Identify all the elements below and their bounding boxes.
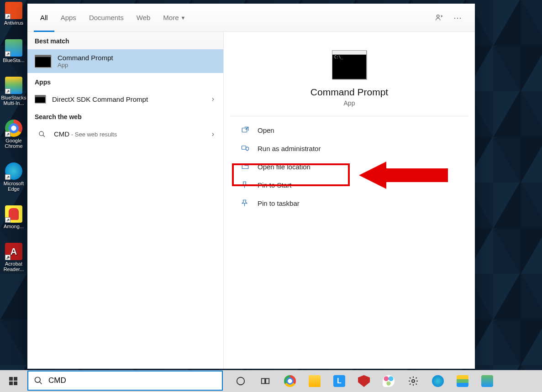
desktop-icon-label: Acrobat Reader... bbox=[1, 261, 26, 272]
taskbar-mcafee[interactable] bbox=[352, 370, 376, 392]
tab-documents[interactable]: Documents bbox=[83, 4, 130, 32]
bluestacks-icon bbox=[457, 375, 468, 387]
action-run-as-admin[interactable]: Run as administrator bbox=[230, 139, 468, 157]
tab-more[interactable]: More▼ bbox=[157, 4, 192, 32]
paint-icon bbox=[383, 375, 395, 387]
taskbar-task-view[interactable] bbox=[253, 370, 278, 392]
more-options-icon[interactable]: ⋯ bbox=[448, 9, 467, 27]
taskbar-bluestacks[interactable] bbox=[450, 370, 475, 392]
start-button[interactable] bbox=[0, 370, 26, 392]
chevron-right-icon: › bbox=[212, 130, 214, 138]
web-suffix: - See web results bbox=[69, 131, 117, 138]
taskbar-bluestacks2[interactable] bbox=[475, 370, 500, 392]
section-apps: Apps bbox=[27, 73, 223, 90]
action-pin-to-start[interactable]: Pin to Start bbox=[230, 176, 468, 194]
bluestacks-icon bbox=[481, 375, 493, 387]
chevron-down-icon: ▼ bbox=[181, 15, 186, 21]
folder-icon bbox=[241, 162, 249, 171]
tab-label: Apps bbox=[61, 14, 76, 21]
pin-icon bbox=[241, 199, 249, 207]
section-best-match: Best match bbox=[27, 32, 223, 49]
desktop-icon-bluestacks[interactable]: ↗ BlueSta... bbox=[0, 37, 27, 67]
svg-rect-12 bbox=[266, 379, 269, 384]
taskbar-app-l[interactable]: L bbox=[327, 370, 352, 392]
edge-icon bbox=[432, 375, 444, 387]
desktop-icon-bluestacks-multi[interactable]: ↗ BlueStacks Multi-In... bbox=[0, 75, 27, 110]
result-command-prompt[interactable]: Command Prompt App bbox=[27, 49, 223, 73]
circle-icon bbox=[236, 376, 246, 386]
desktop-icon-label: Google Chrome bbox=[1, 138, 26, 149]
chrome-icon bbox=[284, 375, 296, 387]
taskbar-search-box[interactable] bbox=[27, 371, 223, 391]
result-web-cmd[interactable]: CMD - See web results › bbox=[27, 125, 223, 143]
taskbar-paint[interactable] bbox=[376, 370, 401, 392]
cmd-preview-icon bbox=[332, 50, 367, 79]
svg-point-0 bbox=[437, 15, 440, 17]
svg-line-9 bbox=[40, 382, 42, 384]
tab-apps[interactable]: Apps bbox=[54, 4, 83, 32]
desktop-icons-column: ↗ Antivirus ↗ BlueSta... ↗ BlueStacks Mu… bbox=[0, 0, 27, 276]
svg-point-8 bbox=[35, 377, 41, 383]
action-open-file-location[interactable]: Open file location bbox=[230, 157, 468, 176]
svg-rect-3 bbox=[242, 128, 247, 132]
search-panel: All Apps Documents Web More▼ ⋯ Best matc… bbox=[27, 4, 475, 369]
pin-icon bbox=[241, 181, 249, 189]
taskbar-chrome[interactable] bbox=[278, 370, 302, 392]
result-directx-sdk[interactable]: DirectX SDK Command Prompt › bbox=[27, 90, 223, 108]
task-view-icon bbox=[260, 376, 270, 386]
shield-icon bbox=[241, 144, 249, 152]
desktop-icon-antivirus[interactable]: ↗ Antivirus bbox=[0, 0, 27, 29]
action-pin-to-taskbar[interactable]: Pin to taskbar bbox=[230, 194, 468, 212]
taskbar-cortana[interactable] bbox=[228, 370, 253, 392]
preview-title: Command Prompt bbox=[310, 87, 388, 98]
result-subtitle: App bbox=[58, 62, 216, 68]
svg-rect-4 bbox=[242, 146, 246, 150]
folder-icon bbox=[309, 375, 321, 387]
search-icon bbox=[37, 130, 47, 139]
svg-rect-11 bbox=[262, 379, 265, 384]
windows-logo-icon bbox=[9, 377, 17, 385]
chevron-right-icon: › bbox=[212, 95, 214, 103]
svg-point-10 bbox=[237, 377, 245, 385]
taskbar-file-explorer[interactable] bbox=[302, 370, 327, 392]
tab-label: More bbox=[163, 14, 179, 21]
svg-line-2 bbox=[43, 135, 45, 137]
actions-list: Open Run as administrator Open file loca… bbox=[230, 116, 468, 217]
action-label: Open bbox=[258, 126, 274, 134]
action-label: Open file location bbox=[258, 163, 310, 171]
result-title: DirectX SDK Command Prompt bbox=[52, 95, 205, 103]
action-label: Pin to taskbar bbox=[258, 199, 300, 207]
feedback-icon[interactable] bbox=[430, 9, 448, 27]
preview-column: Command Prompt App Open Run as ad bbox=[224, 32, 475, 369]
tab-web[interactable]: Web bbox=[130, 4, 157, 32]
taskbar: L bbox=[0, 370, 542, 392]
desktop-icon-label: BlueSta... bbox=[1, 57, 26, 63]
desktop-icon-label: Microsoft Edge bbox=[1, 181, 26, 192]
section-search-web: Search the web bbox=[27, 108, 223, 125]
svg-point-1 bbox=[39, 131, 43, 136]
taskbar-edge[interactable] bbox=[426, 370, 450, 392]
app-icon: L bbox=[333, 375, 345, 387]
desktop-icon-label: BlueStacks Multi-In... bbox=[1, 95, 26, 106]
svg-point-13 bbox=[412, 380, 415, 382]
cmd-thumbnail-icon bbox=[35, 95, 46, 103]
desktop-icon-acrobat[interactable]: A↗ Acrobat Reader... bbox=[0, 241, 27, 276]
cmd-thumbnail-icon bbox=[35, 55, 51, 68]
taskbar-settings[interactable] bbox=[401, 370, 426, 392]
desktop-icon-label: Among... bbox=[1, 224, 26, 229]
open-icon bbox=[241, 126, 249, 134]
web-query: CMD bbox=[54, 130, 69, 138]
preview-subtitle: App bbox=[344, 99, 355, 107]
desktop-icon-amongus[interactable]: ↗ Among... bbox=[0, 204, 27, 233]
desktop-icon-chrome[interactable]: ↗ Google Chrome bbox=[0, 118, 27, 152]
shield-icon bbox=[358, 375, 370, 387]
gear-icon bbox=[408, 376, 419, 387]
tab-label: Web bbox=[137, 14, 151, 21]
search-icon bbox=[34, 376, 43, 385]
desktop-icon-edge[interactable]: ↗ Microsoft Edge bbox=[0, 161, 27, 195]
tab-all[interactable]: All bbox=[34, 4, 54, 32]
search-input[interactable] bbox=[48, 376, 216, 385]
action-open[interactable]: Open bbox=[230, 121, 468, 139]
action-label: Run as administrator bbox=[258, 145, 321, 152]
desktop-icon-label: Antivirus bbox=[1, 20, 26, 26]
